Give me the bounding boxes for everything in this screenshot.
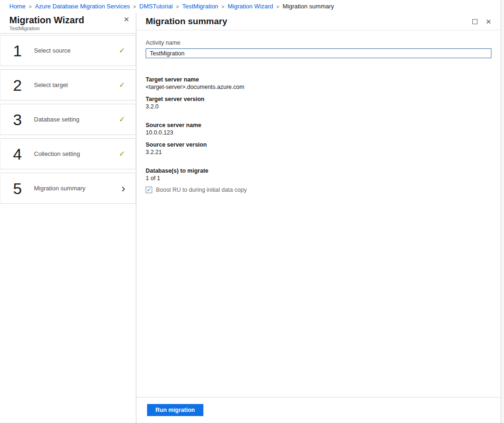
source-server-name-label: Source server name (146, 121, 491, 129)
chevron-right-icon: › (121, 183, 125, 194)
databases-to-migrate-label: Database(s) to migrate (146, 167, 491, 175)
source-server-name-value: 10.0.0.123 (146, 129, 491, 136)
step-label: Select source (34, 47, 71, 54)
boost-ru-label: Boost RU to during initial data copy (156, 187, 247, 193)
migration-summary-blade: Migration summary ✕ Activity name Target… (136, 13, 501, 423)
step-number: 1 (13, 43, 27, 59)
source-server-version-value: 3.2.21 (146, 148, 491, 156)
breadcrumb-migration-wizard[interactable]: Migration Wizard (228, 3, 273, 10)
migration-wizard-panel: Migration Wizard TestMigration ✕ 1 Selec… (0, 13, 136, 423)
breadcrumb-dmstutorial[interactable]: DMSTutorial (139, 3, 173, 10)
step-label: Collection setting (34, 150, 80, 157)
step-database-setting[interactable]: 3 Database setting ✓ (0, 104, 136, 135)
wizard-panel-title: Migration Wizard (9, 15, 129, 26)
step-number: 5 (13, 181, 27, 196)
activity-name-input[interactable] (146, 48, 491, 58)
step-collection-setting[interactable]: 4 Collection setting ✓ (0, 138, 136, 169)
step-label: Database setting (34, 116, 80, 123)
close-icon[interactable]: ✕ (485, 18, 491, 25)
check-icon: ✓ (119, 46, 125, 55)
activity-name-label: Activity name (146, 40, 180, 46)
summary-blade-header: Migration summary ✕ (136, 13, 501, 30)
step-select-source[interactable]: 1 Select source ✓ (0, 35, 136, 66)
breadcrumb-current: Migration summary (282, 3, 334, 10)
step-label: Migration summary (34, 185, 86, 192)
databases-to-migrate-value: 1 of 1 (146, 175, 491, 182)
wizard-panel-header: Migration Wizard TestMigration ✕ (0, 13, 136, 34)
summary-content: Activity name Target server name <target… (136, 30, 501, 397)
databases-group: Database(s) to migrate 1 of 1 ✓ Boost RU… (146, 167, 491, 193)
next-blade-edge (501, 0, 504, 423)
target-server-group: Target server name <target-server>.docum… (146, 76, 491, 110)
step-migration-summary[interactable]: 5 Migration summary › (0, 173, 136, 204)
check-icon: ✓ (119, 81, 125, 89)
breadcrumb-dms-services[interactable]: Azure Database Migration Services (35, 3, 130, 10)
breadcrumb-separator: > (29, 4, 32, 9)
azure-portal-page: Home > Azure Database Migration Services… (0, 0, 504, 424)
step-label: Select target (34, 81, 68, 88)
run-migration-button[interactable]: Run migration (147, 404, 203, 416)
step-number: 2 (13, 77, 27, 93)
wizard-panel-subtitle: TestMigration (9, 26, 129, 31)
breadcrumb-separator: > (133, 4, 136, 9)
breadcrumb-separator: > (276, 4, 279, 9)
step-number: 3 (13, 112, 27, 128)
step-number: 4 (13, 146, 27, 162)
source-server-group: Source server name 10.0.0.123 Source ser… (146, 121, 491, 156)
checkbox-check-icon: ✓ (147, 187, 151, 193)
summary-blade-title: Migration summary (146, 16, 227, 27)
breadcrumb: Home > Azure Database Migration Services… (0, 0, 501, 13)
breadcrumb-separator: > (222, 4, 224, 9)
close-icon[interactable]: ✕ (123, 16, 129, 23)
summary-footer: Run migration (136, 397, 501, 423)
target-server-version-label: Target server version (146, 95, 491, 103)
check-icon: ✓ (119, 149, 125, 158)
target-server-name-value: <target-server>.documents.azure.com (146, 83, 491, 91)
target-server-version-value: 3.2.0 (146, 103, 491, 110)
check-icon: ✓ (119, 115, 125, 124)
target-server-name-label: Target server name (146, 76, 491, 83)
step-select-target[interactable]: 2 Select target ✓ (0, 69, 136, 101)
breadcrumb-separator: > (176, 4, 179, 9)
breadcrumb-home[interactable]: Home (9, 3, 26, 10)
wizard-steps: 1 Select source ✓ 2 Select target ✓ 3 Da… (0, 34, 136, 207)
boost-ru-checkbox[interactable]: ✓ (146, 187, 152, 193)
breadcrumb-testmigration[interactable]: TestMigration (182, 3, 218, 10)
maximize-icon[interactable] (472, 19, 477, 24)
source-server-version-label: Source server version (146, 141, 491, 148)
boost-ru-row: ✓ Boost RU to during initial data copy (146, 187, 491, 193)
